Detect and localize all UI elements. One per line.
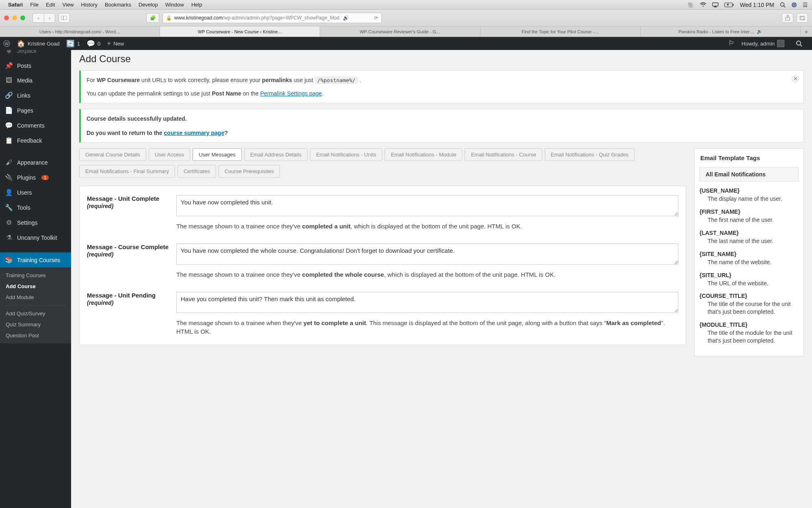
message-textarea[interactable]: Have you completed this unit? Then mark … [176, 292, 678, 313]
sidebar-item-jetpack[interactable]: ◆Jetpack [0, 50, 71, 58]
avatar [777, 40, 784, 47]
share-button[interactable] [782, 13, 793, 23]
svg-rect-7 [61, 16, 67, 20]
sidebar-item-settings[interactable]: ⚙Settings [0, 215, 71, 230]
message-textarea[interactable]: You have now completed this unit. [176, 195, 678, 216]
clock[interactable]: Wed 1:10 PM [740, 2, 774, 8]
adminbar-search[interactable] [796, 40, 802, 47]
field-description: The message shown to a trainee once they… [176, 222, 678, 230]
wp-logo[interactable]: ⓦ [3, 39, 10, 48]
tag-name: {LAST_NAME} [699, 230, 799, 236]
url-bar[interactable]: 🔒 www.kristinegoad.com /wp-admin/admin.p… [162, 13, 382, 23]
new-content[interactable]: +New [107, 39, 124, 48]
menu-app[interactable]: Safari [8, 2, 23, 8]
menu-icon: ⚗ [5, 234, 13, 241]
sidebar-item-comments[interactable]: 💬Comments [0, 118, 71, 133]
window-controls[interactable] [4, 15, 25, 20]
tag-description: The URL of the website. [699, 280, 799, 287]
browser-tab[interactable]: WP-Courseware Reviewer's Guide - G… [320, 26, 480, 37]
tab-course-prerequisites[interactable]: Course Prerequisites [219, 165, 280, 178]
siri-icon[interactable] [791, 2, 797, 8]
new-tab-button[interactable]: + [801, 26, 812, 37]
comments-bubble[interactable]: 💬0 [87, 39, 100, 48]
spotlight-icon[interactable] [780, 2, 786, 8]
sidebar-item-plugins[interactable]: 🔌Plugins1 [0, 170, 71, 185]
submenu-training-courses[interactable]: Training Courses [0, 270, 71, 281]
updates[interactable]: 🔄1 [66, 39, 80, 48]
tag-name: {FIRST_NAME} [699, 208, 799, 215]
menu-icon: 📄 [5, 106, 13, 114]
menu-edit[interactable]: Edit [46, 2, 55, 8]
sidebar-item-posts[interactable]: 📌Posts [0, 58, 71, 73]
tag-description: The title of the course for the unit tha… [699, 300, 799, 316]
howdy[interactable]: Howdy, admin [742, 40, 784, 47]
sidebar-item-appearance[interactable]: 🖌Appearance [0, 155, 71, 170]
sidebar-item-tools[interactable]: 🔧Tools [0, 200, 71, 215]
form-table: Message - Unit Complete(required)You hav… [79, 186, 686, 345]
tab-email-notifications-units[interactable]: Email Notifications - Units [310, 148, 382, 161]
sidebar-item-feedback[interactable]: 📋Feedback [0, 133, 71, 148]
tabs-button[interactable] [797, 13, 808, 23]
tab-general-course-details[interactable]: General Course Details [79, 148, 146, 161]
submenu-add-quiz-survey[interactable]: Add Quiz/Survey [0, 308, 71, 319]
accordion-all-notifications[interactable]: All Email Notifications [699, 167, 799, 182]
menu-view[interactable]: View [63, 2, 74, 8]
sidebar-item-links[interactable]: 🔗Links [0, 88, 71, 103]
tag-description: The last name of the user. [699, 237, 799, 245]
tab-email-notifications-final-summary[interactable]: Email Notifications - Final Summary [79, 165, 175, 178]
tab-email-notifications-module[interactable]: Email Notifications - Module [385, 148, 462, 161]
wifi-icon[interactable] [700, 2, 706, 7]
menu-file[interactable]: File [30, 2, 39, 8]
sidebar-item-uncanny-toolkit[interactable]: ⚗Uncanny Toolkit [0, 230, 71, 245]
menu-history[interactable]: History [81, 2, 97, 8]
tag-name: {SITE_NAME} [699, 251, 799, 257]
wp-adminbar: ⓦ 🏠Kristine Goad 🔄1 💬0 +New 🏳 Howdy, adm… [0, 37, 812, 50]
dismiss-notice-button[interactable]: ✕ [791, 75, 799, 83]
browser-tab[interactable]: Find the Topic for Your Pilot Course -… [481, 26, 641, 37]
svg-rect-0 [712, 3, 718, 6]
notification-center-icon[interactable]: ☰ [803, 2, 808, 8]
browser-tab[interactable]: Users ‹ http://kristinegoad.com/ - Word… [0, 26, 160, 37]
menu-develop[interactable]: Develop [139, 2, 158, 8]
tab-certificates[interactable]: Certificates [178, 165, 216, 178]
battery-icon[interactable] [724, 2, 734, 7]
browser-tab[interactable]: WP Courseware - New Course ‹ Kristine… [160, 26, 320, 37]
back-button[interactable]: ‹ [32, 13, 44, 23]
message-textarea[interactable]: You have now completed the whole course.… [176, 243, 678, 265]
forward-button[interactable]: › [44, 13, 55, 23]
submenu-add-module[interactable]: Add Module [0, 292, 71, 303]
sidebar-item-pages[interactable]: 📄Pages [0, 103, 71, 118]
airplay-icon[interactable] [712, 2, 719, 7]
minimize-window-icon[interactable] [12, 15, 17, 20]
menu-bookmarks[interactable]: Bookmarks [105, 2, 131, 8]
required-label: (required) [87, 251, 176, 258]
tab-user-messages[interactable]: User Messages [193, 148, 241, 161]
sidebar-item-users[interactable]: 👤Users [0, 185, 71, 200]
audio-icon[interactable]: 🔊 [343, 15, 349, 21]
menu-help[interactable]: Help [191, 2, 202, 8]
tab-email-notifications-quiz-grades[interactable]: Email Notifications - Quiz Grades [545, 148, 634, 161]
notification-icon[interactable]: 🏳 [728, 39, 735, 48]
sidebar-item-training-courses[interactable]: 📚Training Courses [0, 252, 71, 267]
extension-button[interactable]: 🧩 [146, 13, 159, 23]
menu-icon: 🖼 [5, 77, 13, 84]
menu-window[interactable]: Window [165, 2, 184, 8]
permalink-settings-link[interactable]: Permalink Settings page [260, 90, 322, 97]
maximize-window-icon[interactable] [20, 15, 25, 20]
safari-tabs: Users ‹ http://kristinegoad.com/ - Word…… [0, 26, 812, 37]
sidebar-toggle-button[interactable] [58, 13, 70, 23]
submenu-quiz-summary[interactable]: Quiz Summary [0, 319, 71, 330]
template-tag: {LAST_NAME}The last name of the user. [699, 230, 799, 245]
tab-user-access[interactable]: User Access [149, 148, 190, 161]
tab-email-address-details[interactable]: Email Address Details [244, 148, 307, 161]
sidebar-item-media[interactable]: 🖼Media [0, 73, 71, 88]
submenu-add-course[interactable]: Add Course [0, 281, 71, 292]
browser-tab[interactable]: Pandora Radio - Listen to Free Inter…🔊 [641, 26, 801, 37]
reload-button[interactable]: ⟳ [374, 15, 378, 21]
close-window-icon[interactable] [4, 15, 9, 20]
site-name[interactable]: 🏠Kristine Goad [17, 39, 60, 48]
submenu-question-pool[interactable]: Question Pool [0, 330, 71, 341]
evernote-icon[interactable]: 🐘 [687, 2, 694, 8]
tab-email-notifications-course[interactable]: Email Notifications - Course [465, 148, 542, 161]
course-summary-link[interactable]: course summary page [164, 130, 225, 136]
